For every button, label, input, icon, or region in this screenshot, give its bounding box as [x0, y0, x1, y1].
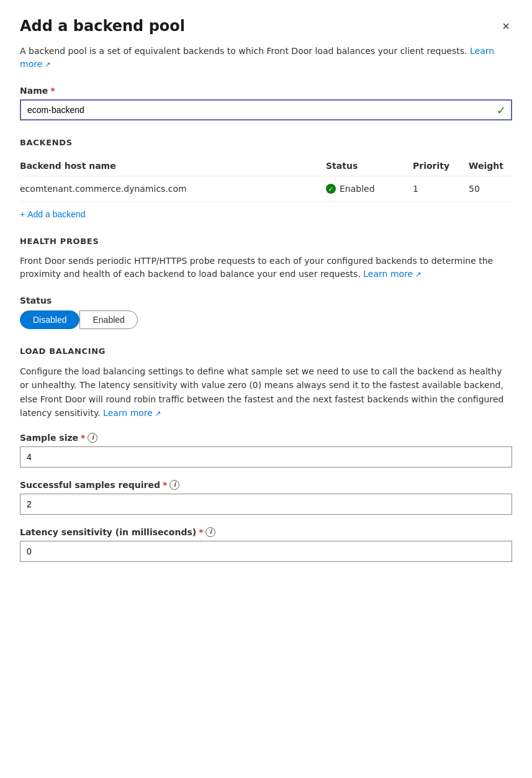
col-header-weight: Weight	[469, 161, 512, 171]
add-backend-button[interactable]: + Add a backend	[20, 209, 86, 219]
backends-table: Backend host name Status Priority Weight…	[20, 156, 512, 202]
close-button[interactable]: ×	[500, 17, 512, 35]
successful-samples-required: *	[163, 480, 167, 490]
latency-sensitivity-required: *	[199, 527, 203, 537]
backend-status-text: Enabled	[340, 184, 375, 194]
backend-priority: 1	[413, 184, 469, 194]
latency-sensitivity-label: Latency sensitivity (in milliseconds) * …	[20, 527, 512, 537]
successful-samples-field-group: Successful samples required * i	[20, 480, 512, 515]
col-header-status: Status	[326, 161, 413, 171]
add-backend-label: Add a backend	[27, 209, 85, 219]
latency-sensitivity-input[interactable]	[20, 541, 512, 562]
successful-samples-info-icon[interactable]: i	[169, 480, 179, 490]
backends-section-header: BACKENDS	[20, 138, 512, 147]
page-title: Add a backend pool	[20, 17, 185, 35]
table-header-row: Backend host name Status Priority Weight	[20, 156, 512, 176]
toggle-enabled-button[interactable]: Enabled	[79, 310, 137, 329]
table-row: ecomtenant.commerce.dynamics.com ✓ Enabl…	[20, 176, 512, 202]
name-required-marker: *	[50, 86, 55, 96]
health-probes-toggle-group: Disabled Enabled	[20, 310, 512, 329]
panel-header: Add a backend pool ×	[20, 17, 512, 35]
col-header-priority: Priority	[413, 161, 469, 171]
sample-size-required: *	[81, 433, 85, 443]
sample-size-input[interactable]	[20, 446, 512, 468]
sample-size-field-group: Sample size * i	[20, 433, 512, 468]
health-probes-status-group: Status Disabled Enabled	[20, 296, 512, 329]
backend-status: ✓ Enabled	[326, 184, 413, 194]
sample-size-info-icon[interactable]: i	[88, 433, 97, 443]
name-label: Name *	[20, 86, 512, 96]
status-enabled-icon: ✓	[326, 184, 336, 194]
name-input[interactable]	[20, 99, 512, 120]
sample-size-label: Sample size * i	[20, 433, 512, 443]
add-backend-pool-panel: Add a backend pool × A backend pool is a…	[0, 0, 532, 594]
name-field-group: Name * ✓	[20, 86, 512, 120]
successful-samples-label: Successful samples required * i	[20, 480, 512, 490]
load-balancing-description: Configure the load balancing settings to…	[20, 364, 512, 420]
health-probes-learn-more-link[interactable]: Learn more	[363, 269, 422, 279]
successful-samples-input[interactable]	[20, 494, 512, 515]
intro-description: A backend pool is a set of equivalent ba…	[20, 45, 512, 71]
toggle-disabled-button[interactable]: Disabled	[20, 310, 79, 329]
col-header-hostname: Backend host name	[20, 161, 326, 171]
name-check-icon: ✓	[497, 104, 506, 117]
latency-sensitivity-field-group: Latency sensitivity (in milliseconds) * …	[20, 527, 512, 562]
health-probes-section-header: HEALTH PROBES	[20, 237, 512, 246]
load-balancing-section-header: LOAD BALANCING	[20, 346, 512, 356]
load-balancing-learn-more-link[interactable]: Learn more	[103, 408, 161, 418]
name-input-wrapper: ✓	[20, 99, 512, 120]
backend-hostname: ecomtenant.commerce.dynamics.com	[20, 184, 326, 194]
health-probes-status-label: Status	[20, 296, 512, 305]
latency-sensitivity-info-icon[interactable]: i	[205, 527, 215, 537]
add-backend-plus-icon: +	[20, 209, 25, 219]
health-probes-description: Front Door sends periodic HTTP/HTTPS pro…	[20, 255, 512, 281]
backend-weight: 50	[469, 184, 512, 194]
